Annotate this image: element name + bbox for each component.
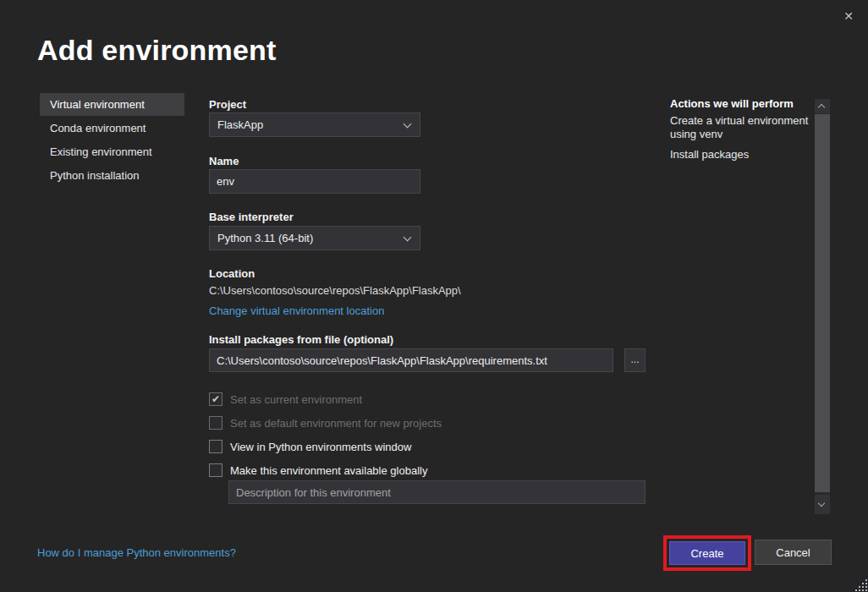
chevron-down-icon	[404, 120, 412, 129]
name-input[interactable]	[209, 169, 420, 194]
actions-panel-title: Actions we will perform	[670, 97, 821, 110]
name-label: Name	[209, 155, 239, 167]
environment-type-list: Virtual environment Conda environment Ex…	[40, 93, 184, 188]
location-label: Location	[209, 267, 255, 280]
project-label: Project	[209, 98, 246, 111]
set-default-environment-checkbox[interactable]	[209, 416, 222, 430]
description-input[interactable]	[228, 480, 646, 504]
chevron-up-icon	[818, 104, 825, 111]
cancel-button[interactable]: Cancel	[755, 540, 832, 565]
project-dropdown[interactable]: FlaskApp	[209, 112, 420, 137]
checkbox-label: Make this environment available globally	[230, 464, 427, 477]
create-button[interactable]: Create	[669, 541, 745, 565]
browse-button[interactable]: ...	[624, 348, 646, 372]
location-path: C:\Users\contoso\source\repos\FlaskApp\F…	[209, 284, 461, 297]
requirements-file-input[interactable]	[209, 348, 613, 372]
action-item: Create a virtual environment using venv	[670, 114, 821, 141]
change-location-link[interactable]: Change virtual environment location	[209, 304, 384, 317]
chevron-down-icon	[404, 233, 412, 242]
sidebar-item-virtual-environment[interactable]: Virtual environment	[40, 93, 184, 116]
sidebar-item-conda-environment[interactable]: Conda environment	[40, 117, 184, 140]
base-interpreter-label: Base interpreter	[209, 211, 294, 223]
sidebar-item-existing-environment[interactable]: Existing environment	[40, 140, 184, 163]
scrollbar-thumb[interactable]	[815, 114, 830, 492]
set-current-environment-checkbox[interactable]	[209, 392, 222, 406]
annotation-highlight-box: Create	[663, 535, 751, 571]
checkbox-label: View in Python environments window	[230, 441, 411, 453]
scroll-up-button[interactable]	[815, 99, 830, 113]
make-available-globally-checkbox[interactable]	[209, 463, 222, 477]
close-icon[interactable]: ✕	[839, 7, 858, 25]
actions-panel: Actions we will perform Create a virtual…	[670, 97, 821, 168]
actions-panel-scrollbar[interactable]	[815, 99, 830, 514]
resize-grip-icon[interactable]	[855, 579, 867, 591]
project-dropdown-value: FlaskApp	[217, 118, 263, 131]
base-interpreter-dropdown-value: Python 3.11 (64-bit)	[217, 232, 313, 244]
manage-environments-help-link[interactable]: How do I manage Python environments?	[37, 546, 236, 559]
scroll-down-button[interactable]	[815, 495, 830, 514]
sidebar-item-python-installation[interactable]: Python installation	[40, 164, 184, 187]
view-python-environments-checkbox[interactable]	[209, 440, 222, 453]
dialog-title: Add environment	[37, 34, 277, 67]
add-environment-dialog: ✕ Add environment Virtual environment Co…	[0, 0, 868, 592]
checkbox-label: Set as current environment	[230, 393, 362, 406]
chevron-down-icon	[818, 500, 825, 507]
action-item: Install packages	[670, 148, 821, 162]
checkbox-label: Set as default environment for new proje…	[230, 417, 442, 430]
base-interpreter-dropdown[interactable]: Python 3.11 (64-bit)	[209, 226, 420, 250]
install-packages-label: Install packages from file (optional)	[209, 333, 393, 346]
